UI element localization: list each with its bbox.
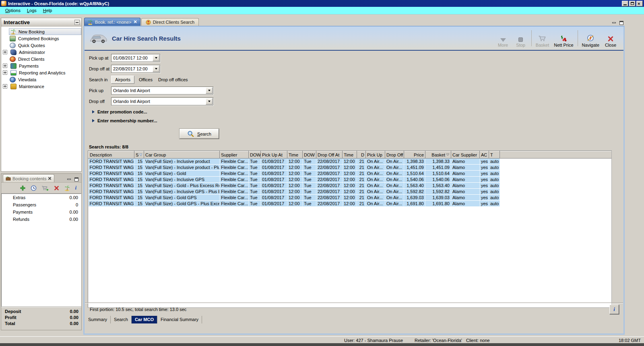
sidebar-item-maintenance[interactable]: Maintenance	[1, 83, 81, 90]
col-description[interactable]: Description	[89, 151, 134, 159]
booking-total-value: 0.00	[70, 315, 78, 321]
search-in-tab-dropoff-offices[interactable]: Drop off offices	[155, 76, 191, 83]
sidebar-item-completed-bookings[interactable]: Completed Bookings	[1, 35, 81, 42]
table-row[interactable]: FORD TRANSIT WAG...15 Van(Full Size) - I…	[89, 159, 612, 165]
col-pickup-loc[interactable]: Pick Up	[366, 151, 385, 159]
booking-item-value: 0	[76, 202, 78, 207]
membership-number-expander[interactable]: Enter membership number...	[92, 118, 623, 123]
menu-logs[interactable]: Logs	[24, 8, 39, 13]
move-to-basket-icon[interactable]	[41, 185, 49, 191]
status-time: 18:02 GMT	[619, 338, 641, 343]
delete-icon[interactable]	[54, 185, 59, 191]
tab-summary[interactable]: Summary	[85, 316, 111, 323]
dropoff-combobox[interactable]: Orlando Intl Airport	[111, 97, 213, 105]
table-row[interactable]: FORD TRANSIT WAG...15 Van(Full Size) - G…	[89, 195, 612, 201]
sidebar-item-viewdata[interactable]: Viewdata	[1, 76, 81, 83]
tab-financial-summary[interactable]: Financial Summary	[157, 316, 202, 323]
col-s[interactable]: S	[134, 151, 144, 159]
dropdown-button[interactable]	[206, 98, 213, 105]
sidebar-item-new-booking[interactable]: New Booking	[1, 28, 81, 35]
panel-maximize-button[interactable]	[74, 177, 80, 182]
table-row[interactable]: FORD TRANSIT WAG...15 Van(Full Size) - I…	[89, 177, 612, 183]
more-button[interactable]: More	[494, 29, 512, 47]
dropdown-button[interactable]	[153, 55, 159, 61]
sidebar-item-quick-quotes[interactable]: Quick Quotes	[1, 42, 81, 49]
col-dropoff-at[interactable]: Drop Off At	[316, 151, 343, 159]
promotion-code-expander[interactable]: Enter promotion code...	[92, 109, 623, 114]
more-icon	[500, 33, 506, 42]
search-button[interactable]: Search	[180, 129, 219, 139]
booking-contents-header: Booking contents	[1, 174, 81, 183]
col-dow-dropoff[interactable]: DOW	[303, 151, 316, 159]
dropdown-button[interactable]	[153, 66, 159, 72]
tab-car-mco[interactable]: Car MCO	[132, 316, 157, 323]
col-ac[interactable]: AC	[480, 151, 489, 159]
col-car-supplier[interactable]: Car Supplier	[451, 151, 480, 159]
stop-button[interactable]: Stop	[512, 29, 530, 47]
nett-price-button[interactable]: Nett Price	[551, 29, 576, 47]
window-bottom-edge	[0, 343, 644, 346]
sidebar-item-label: Viewdata	[18, 77, 36, 82]
banknote-icon	[10, 63, 17, 69]
navigate-button[interactable]: Navigate	[580, 29, 602, 47]
dropoff-at-combobox[interactable]: 22/08/2017 12:00	[111, 65, 160, 73]
sidebar-item-payments[interactable]: Payments	[1, 62, 81, 69]
restore-button[interactable]	[629, 1, 636, 6]
col-price[interactable]: Price	[404, 151, 425, 159]
workspace-minimize-button[interactable]	[611, 21, 617, 26]
col-t[interactable]: T	[489, 151, 500, 159]
results-table-container: Description S Car Group Supplier DOW Pic…	[88, 150, 612, 308]
search-in-tab-airports[interactable]: Airports	[111, 76, 134, 84]
expand-plus-icon[interactable]	[3, 50, 7, 54]
col-basket[interactable]: Basket	[425, 151, 451, 159]
col-pickup-at[interactable]: Pick Up At	[261, 151, 287, 159]
add-icon[interactable]	[20, 185, 26, 191]
quick-quote-clock-icon[interactable]	[31, 185, 37, 191]
close-tab-icon[interactable]: ✕	[134, 19, 137, 25]
sidebar-item-administrator[interactable]: Administrator	[1, 49, 81, 56]
client-icon	[146, 20, 151, 25]
basket-button[interactable]: Basket	[533, 29, 552, 47]
search-in-tab-offices[interactable]: Offices	[136, 76, 155, 83]
table-row[interactable]: FORD TRANSIT WAG...15 Van(Full Size) - I…	[89, 189, 612, 195]
expand-plus-icon[interactable]	[3, 64, 7, 68]
search-form: Pick up at 01/08/2017 12:00 Drop off at …	[85, 51, 623, 139]
sidebar-item-direct-clients[interactable]: Direct Clients	[1, 56, 81, 62]
palm-tree-icon[interactable]	[64, 185, 70, 191]
col-supplier[interactable]: Supplier	[220, 151, 249, 159]
expand-plus-icon[interactable]	[3, 70, 7, 75]
close-window-button[interactable]: ×	[636, 1, 643, 6]
sidebar-collapse-button[interactable]	[74, 20, 80, 25]
sidebar-tree: New Booking Completed Bookings Quick Quo…	[1, 27, 81, 171]
booking-contents-title: Booking contents	[12, 176, 46, 181]
workspace-maximize-button[interactable]	[619, 21, 625, 26]
col-days[interactable]: D	[357, 151, 366, 159]
close-tab-icon[interactable]	[48, 177, 52, 180]
tab-direct-clients-search[interactable]: Direct Clients Search	[141, 18, 199, 26]
pickup-at-combobox[interactable]: 01/08/2017 12:00	[111, 54, 160, 62]
tab-search[interactable]: Search	[111, 316, 132, 323]
col-dropoff-loc[interactable]: Drop Off	[385, 151, 404, 159]
col-car-group[interactable]: Car Group	[144, 151, 220, 159]
col-time-pickup[interactable]: Time	[287, 151, 303, 159]
close-button[interactable]: Close	[602, 29, 619, 47]
menu-options[interactable]: Options	[2, 8, 23, 13]
col-dow-pickup[interactable]: DOW	[249, 151, 261, 159]
sidebar-item-reporting-analytics[interactable]: Reporting and Analytics	[1, 69, 81, 76]
booking-contents-tab[interactable]: Booking contents	[3, 174, 54, 182]
info-icon[interactable]: i	[75, 185, 76, 191]
col-time-dropoff[interactable]: Time	[343, 151, 357, 159]
table-row[interactable]: FORD TRANSIT WAG...15 Van(Full Size) - G…	[89, 201, 612, 207]
table-row[interactable]: FORD TRANSIT WAG...15 Van(Full Size) - I…	[89, 165, 612, 171]
table-row[interactable]: FORD TRANSIT WAG...15 Van(Full Size) - G…	[89, 171, 612, 177]
info-button[interactable]: i	[609, 305, 619, 314]
table-row[interactable]: FORD TRANSIT WAG...15 Van(Full Size) - G…	[89, 183, 612, 189]
minimize-button[interactable]	[622, 1, 628, 6]
expand-plus-icon[interactable]	[3, 84, 7, 89]
menu-help[interactable]: Help	[40, 8, 55, 13]
dropdown-button[interactable]	[206, 87, 213, 94]
navigate-compass-icon	[586, 33, 595, 42]
panel-minimize-button[interactable]	[66, 177, 72, 182]
tab-booking-ref[interactable]: Book. ref.: <none> ✕	[84, 18, 140, 26]
pickup-combobox[interactable]: Orlando Intl Airport	[111, 86, 213, 95]
